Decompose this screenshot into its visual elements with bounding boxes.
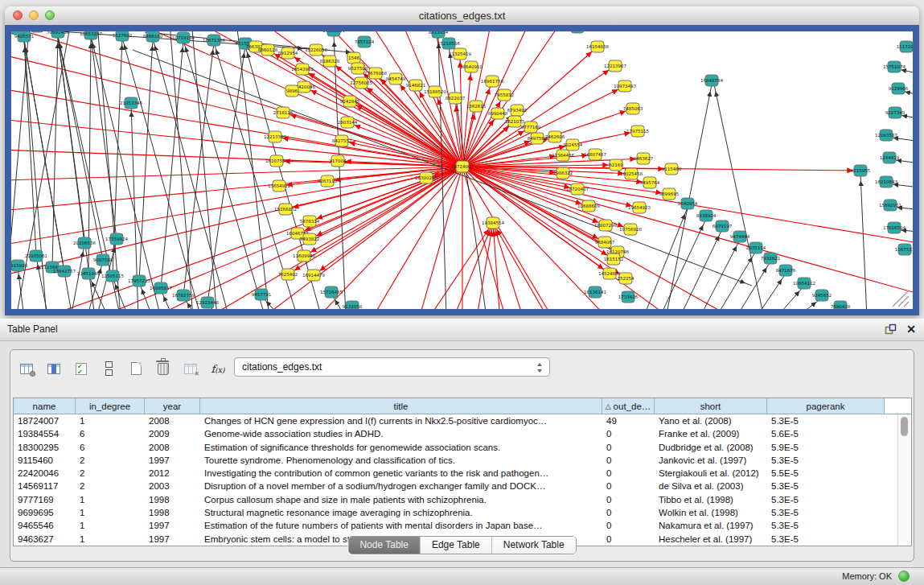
network-node[interactable]: 9129966 — [889, 83, 909, 94]
network-node[interactable]: 10807487 — [584, 149, 606, 160]
table-selector-dropdown[interactable]: citations_edges.txt — [234, 357, 550, 377]
select-all-icon[interactable]: ✔✔ — [72, 359, 91, 378]
new-column-icon[interactable] — [126, 359, 146, 378]
network-node[interactable]: 2935114 — [746, 242, 766, 253]
network-node[interactable]: 7857224 — [355, 36, 375, 47]
network-node[interactable]: 8215955 — [851, 165, 871, 176]
network-node[interactable]: 10688609 — [577, 200, 600, 212]
network-node[interactable]: 16210643 — [875, 176, 897, 187]
network-node[interactable]: 13654922 — [268, 180, 290, 192]
network-node[interactable]: 16543982 — [291, 64, 314, 75]
network-node[interactable]: 16033809 — [322, 31, 345, 36]
column-header-out_de[interactable]: △out_de… — [602, 398, 655, 414]
tab-network-table[interactable]: Network Table — [492, 537, 576, 554]
table-row[interactable]: 1872400712008Changes of HCN gene express… — [14, 414, 911, 427]
clear-selection-icon[interactable] — [99, 359, 118, 378]
network-node[interactable]: 16914479 — [302, 270, 325, 281]
show-columns-icon[interactable] — [44, 359, 64, 378]
network-node[interactable]: 8267110 — [318, 175, 338, 187]
network-node[interactable]: 1362615 — [466, 101, 487, 112]
network-node[interactable]: 9463627 — [634, 153, 654, 164]
network-node[interactable]: 15692951 — [879, 200, 901, 211]
network-node[interactable]: 16154838 — [586, 41, 609, 52]
resize-grip[interactable] — [893, 290, 909, 307]
network-node[interactable]: 8938924 — [696, 210, 717, 221]
zoom-window-button[interactable] — [45, 10, 55, 20]
network-node[interactable]: 10653287 — [80, 31, 102, 39]
network-node[interactable]: 7485063 — [623, 103, 643, 114]
network-node[interactable]: 1546 — [347, 52, 360, 64]
network-node[interactable]: 9115460 — [662, 163, 682, 175]
table-scrollbar-thumb[interactable] — [901, 417, 908, 436]
network-node[interactable]: 16095817 — [150, 282, 172, 294]
network-canvas[interactable]: 9405571306914061065328715276028466160107… — [11, 31, 913, 309]
table-row[interactable]: 1830029562008Estimation of significance … — [14, 441, 911, 454]
network-node[interactable]: 917004 — [330, 155, 347, 167]
network-window-titlebar[interactable]: citations_edges.txt — [5, 6, 919, 26]
network-node[interactable]: 9699695 — [659, 188, 680, 200]
network-node[interactable]: 12093587 — [875, 130, 897, 141]
network-node[interactable]: 9146821 — [406, 80, 426, 91]
float-panel-icon[interactable] — [885, 323, 897, 335]
network-node[interactable]: 1117205 — [897, 41, 913, 52]
table-row[interactable]: 2242004622012Investigating the contribut… — [14, 467, 911, 480]
network-node[interactable]: 15188520 — [424, 86, 446, 97]
network-node[interactable]: 9896 — [285, 85, 298, 97]
network-node[interactable]: 10756928 — [619, 224, 642, 235]
function-builder-icon[interactable]: f(x) — [208, 359, 228, 378]
table-scrollbar[interactable] — [897, 414, 910, 546]
network-node[interactable]: 1244419 — [880, 152, 900, 163]
network-node[interactable]: 6793402 — [507, 105, 528, 116]
network-node[interactable]: 15226058 — [305, 44, 327, 56]
network-node[interactable]: 18720407 — [566, 183, 589, 195]
network-node[interactable]: 1640954 — [678, 198, 698, 209]
minimize-window-button[interactable] — [29, 10, 39, 20]
tab-node-table[interactable]: Node Table — [348, 537, 421, 554]
network-node[interactable]: 1527602 — [113, 31, 133, 41]
network-node[interactable]: 8813054 — [429, 31, 449, 38]
column-header-year[interactable]: year — [145, 398, 200, 414]
network-node[interactable]: 16671368 — [203, 35, 225, 46]
network-node[interactable]: 62160 — [609, 159, 623, 171]
network-node[interactable]: 8454749 — [386, 73, 406, 84]
column-header-in_degree[interactable]: in_degree — [76, 398, 145, 414]
network-node[interactable]: 19384554 — [482, 217, 504, 229]
network-node[interactable]: 9227349 — [885, 107, 906, 118]
network-node[interactable]: 19654923 — [628, 202, 651, 213]
network-node[interactable]: 15716485 — [320, 286, 343, 298]
network-node[interactable]: 20206536 — [73, 237, 96, 249]
network-node[interactable]: 16107553 — [265, 155, 288, 167]
table-row[interactable]: 1456911722003Disruption of a novel membe… — [14, 480, 911, 492]
tab-edge-table[interactable]: Edge Table — [421, 537, 492, 554]
network-node[interactable]: 12213383 — [264, 131, 286, 142]
network-node[interactable]: 9495764 — [640, 177, 660, 188]
table-row[interactable]: 969969511998Structural magnetic resonanc… — [14, 506, 911, 519]
close-window-button[interactable] — [13, 10, 23, 20]
network-node[interactable]: 18807299 — [594, 220, 617, 231]
column-header-pagerank[interactable]: pagerank — [767, 398, 885, 414]
close-panel-icon[interactable]: ✕ — [906, 323, 916, 336]
table-row[interactable]: 977716911998Corpus callosum shape and si… — [14, 493, 911, 506]
network-node[interactable]: 8471676 — [776, 265, 796, 276]
network-node[interactable]: 17975115 — [626, 126, 649, 137]
table-row[interactable]: 1938455462009Genome-wide association stu… — [14, 427, 911, 440]
network-node[interactable]: 17957223 — [128, 275, 150, 286]
network-node[interactable]: 12505115 — [101, 270, 124, 282]
network-node[interactable]: 2087682 — [568, 31, 588, 33]
network-node[interactable]: 30691406 — [47, 31, 69, 38]
delete-column-icon[interactable] — [154, 359, 173, 378]
network-node[interactable]: 3024554 — [563, 139, 583, 150]
network-node[interactable]: 17016504 — [883, 222, 906, 233]
table-row[interactable]: 911546021997Tourette syndrome. Phenomeno… — [14, 454, 911, 467]
network-node[interactable]: 2986322 — [553, 167, 573, 179]
network-node[interactable]: 9245652 — [812, 290, 832, 301]
network-node[interactable]: 8186328 — [320, 56, 340, 67]
delete-table-icon[interactable]: ✕ — [181, 359, 200, 378]
column-header-title[interactable]: title — [200, 398, 602, 414]
column-header-name[interactable]: name — [14, 398, 76, 414]
network-node[interactable]: 12213967 — [604, 60, 626, 72]
network-node[interactable]: 15166852 — [274, 204, 297, 215]
network-node[interactable]: 10719184 — [172, 32, 195, 43]
network-node[interactable]: 15218506 — [437, 38, 460, 49]
network-node[interactable]: 252254 — [618, 273, 634, 284]
